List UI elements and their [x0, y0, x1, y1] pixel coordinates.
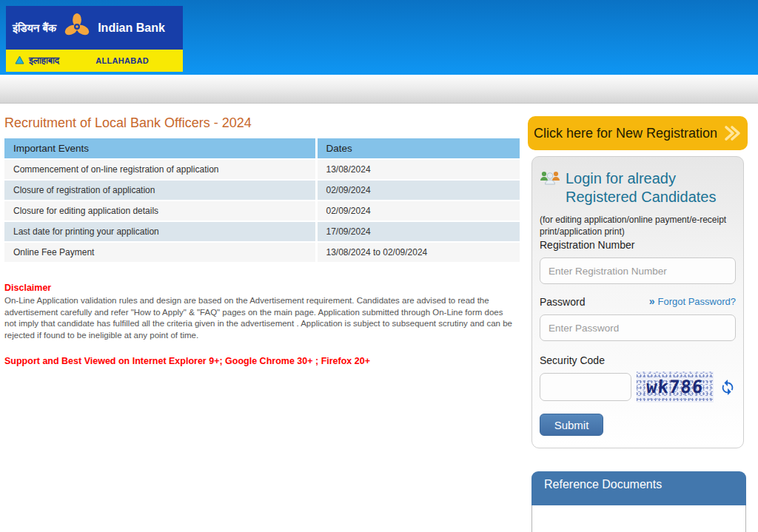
date-cell: 13/08/2024 to 02/09/2024: [316, 242, 520, 263]
bank-name-hindi: इंडियन बैंक: [13, 21, 56, 35]
date-cell: 17/09/2024: [316, 221, 520, 242]
event-cell: Closure of registration of application: [4, 180, 316, 201]
reference-documents-header: Reference Documents: [531, 471, 746, 505]
table-header-row: Important Events Dates: [4, 138, 520, 159]
new-registration-label: Click here for New Registration: [534, 126, 717, 141]
important-events-table: Important Events Dates Commencement of o…: [4, 138, 520, 263]
chevron-right-icon: »: [649, 295, 655, 307]
registration-number-input[interactable]: [540, 257, 736, 284]
date-cell: 02/09/2024: [316, 201, 520, 221]
indian-bank-emblem-icon: [63, 13, 91, 44]
column-header-dates: Dates: [316, 138, 520, 159]
login-header: Login for already Registered Candidates: [540, 169, 736, 206]
nav-strip: [0, 76, 758, 104]
password-label-row: Password » Forgot Password?: [540, 294, 736, 308]
login-subtitle: (for editing application/online payment/…: [540, 215, 736, 238]
password-input[interactable]: [540, 314, 736, 341]
captcha-refresh-button[interactable]: [720, 379, 736, 395]
new-registration-button[interactable]: Click here for New Registration: [528, 116, 748, 150]
bank-logo-top: इंडियन बैंक Indian Bank: [6, 6, 183, 50]
event-cell: Online Fee Payment: [4, 242, 316, 263]
disclaimer-body: On-Line Application validation rules and…: [4, 295, 517, 341]
date-cell: 13/08/2024: [316, 159, 520, 180]
page-title: Recruitment of Local Bank Officers - 202…: [4, 115, 520, 131]
bank-logo-strip: इलाहाबाद ALLAHABAD: [6, 50, 183, 72]
bank-name-english: Indian Bank: [98, 21, 165, 35]
table-row: Commencement of on-line registration of …: [4, 159, 520, 180]
table-row: Closure for editing application details0…: [4, 201, 520, 221]
event-cell: Commencement of on-line registration of …: [4, 159, 316, 180]
login-title: Login for already Registered Candidates: [566, 169, 716, 206]
event-cell: Closure for editing application details: [4, 201, 316, 221]
password-label: Password: [540, 296, 585, 308]
date-cell: 02/09/2024: [316, 180, 520, 201]
reference-documents-body: [531, 505, 746, 532]
column-header-events: Important Events: [4, 138, 316, 159]
table-row: Closure of registration of application02…: [4, 180, 520, 201]
sidebar: Click here for New Registration L: [528, 116, 748, 448]
registration-number-label: Registration Number: [540, 239, 736, 251]
refresh-icon: [720, 379, 736, 395]
submit-button[interactable]: Submit: [540, 414, 603, 436]
disclaimer-heading: Disclaimer: [4, 283, 517, 293]
table-row: Online Fee Payment13/08/2024 to 02/09/20…: [4, 242, 520, 263]
top-banner: इंडियन बैंक Indian Bank इलाहाबाद A: [0, 0, 758, 75]
registered-users-icon: [540, 169, 560, 189]
branch-name-hindi: इलाहाबाद: [29, 55, 59, 67]
forgot-password-link[interactable]: » Forgot Password?: [649, 295, 736, 307]
double-chevron-right-icon: [722, 124, 742, 142]
security-code-row: wk786: [540, 371, 736, 403]
allahabad-triangle-icon: [15, 54, 24, 67]
security-code-input[interactable]: [540, 373, 631, 401]
login-panel: Login for already Registered Candidates …: [531, 156, 744, 448]
table-row: Last date for printing your application1…: [4, 221, 520, 242]
captcha-image: wk786: [637, 371, 714, 403]
captcha-text: wk786: [645, 377, 704, 397]
main-content: Recruitment of Local Bank Officers - 202…: [4, 115, 520, 366]
event-cell: Last date for printing your application: [4, 221, 316, 242]
bank-logo-card: इंडियन बैंक Indian Bank इलाहाबाद A: [6, 6, 183, 72]
disclaimer-section: Disclaimer On-Line Application validatio…: [4, 283, 517, 366]
reference-documents-box: Reference Documents: [531, 471, 746, 532]
security-code-label: Security Code: [540, 354, 736, 366]
browser-support-note: Support and Best Viewed on Internet Expl…: [4, 356, 517, 366]
branch-name-english: ALLAHABAD: [95, 56, 149, 65]
